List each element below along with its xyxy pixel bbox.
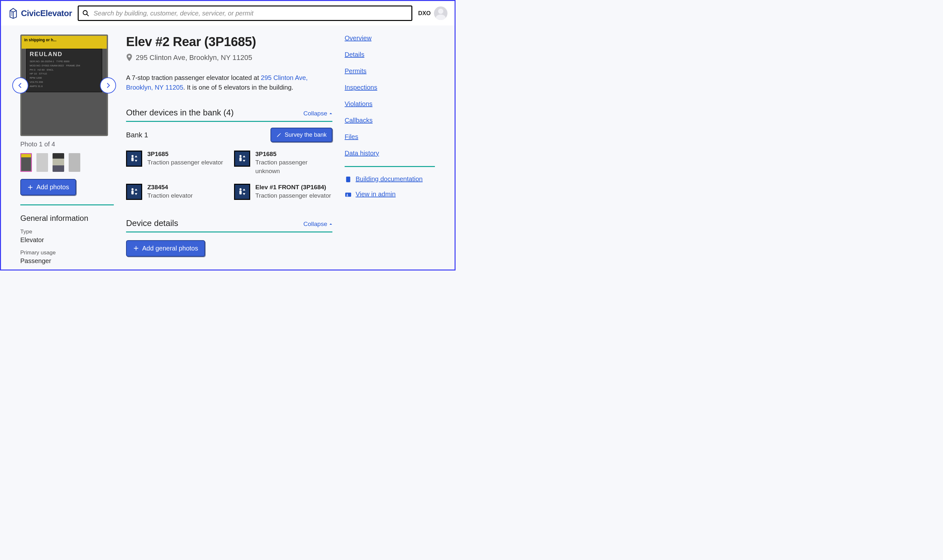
photo-counter: Photo 1 of 4 [20, 140, 114, 148]
device-type: Traction passenger elevator [255, 191, 331, 200]
pin-icon [126, 54, 132, 62]
photo-thumb-2[interactable] [37, 153, 48, 172]
photo-brand: REULAND [30, 51, 98, 58]
bank-collapse-toggle[interactable]: Collapse [303, 110, 332, 117]
rnav-link-violations[interactable]: Violations [345, 100, 435, 108]
brand-logo[interactable]: CivicElevator [8, 8, 72, 19]
topbar: CivicElevator DXO [1, 1, 455, 25]
view-admin-link[interactable]: View in admin [355, 191, 395, 198]
elevator-icon [234, 151, 250, 167]
add-general-photos-label: Add general photos [142, 245, 198, 252]
elevator-icon [126, 151, 142, 167]
add-photos-button[interactable]: Add photos [20, 179, 76, 195]
survey-bank-button[interactable]: Survey the bank [271, 128, 332, 142]
svg-rect-3 [132, 157, 134, 161]
right-nav: OverviewDetailsPermitsInspectionsViolati… [345, 34, 435, 157]
svg-rect-7 [132, 191, 134, 194]
bank-name: Bank 1 [126, 131, 148, 139]
rnav-link-callbacks[interactable]: Callbacks [345, 117, 435, 124]
device-name: Elev #1 FRONT (3P1684) [255, 184, 331, 191]
page-title: Elev #2 Rear (3P1685) [126, 34, 332, 49]
address-row: 295 Clinton Ave, Brooklyn, NY 11205 [126, 54, 332, 62]
rnav-link-details[interactable]: Details [345, 51, 435, 58]
device-type: Traction passenger unknown [255, 158, 332, 175]
survey-bank-label: Survey the bank [285, 132, 326, 138]
building-icon [8, 8, 18, 19]
photo-next-button[interactable] [100, 77, 116, 94]
device-item[interactable]: Elev #1 FRONT (3P1684)Traction passenger… [234, 184, 332, 200]
device-name: Z38454 [147, 184, 193, 191]
svg-point-6 [132, 188, 134, 190]
photo-main: in shipping or h... REULAND SER.NO. 06-2… [20, 34, 108, 136]
bank-section-heading: Other devices in the bank (4) [126, 108, 234, 118]
avatar [434, 6, 448, 20]
elevator-icon [234, 184, 250, 200]
search-wrap [78, 6, 412, 21]
search-input[interactable] [78, 6, 412, 21]
device-item[interactable]: 3P1685Traction passenger elevator [126, 151, 225, 175]
add-photos-label: Add photos [37, 183, 69, 191]
address-text: 295 Clinton Ave, Brooklyn, NY 11205 [136, 54, 252, 62]
clipboard-icon [345, 176, 352, 183]
brand-name: CivicElevator [21, 8, 72, 18]
add-general-photos-button[interactable]: Add general photos [126, 240, 205, 257]
rnav-link-files[interactable]: Files [345, 133, 435, 140]
photo-thumb-4[interactable] [69, 153, 80, 172]
svg-point-4 [240, 155, 242, 157]
user-initials: DXO [418, 10, 431, 17]
plus-icon [28, 185, 33, 190]
description: A 7-stop traction passenger elevator loc… [126, 73, 332, 92]
rnav-link-data-history[interactable]: Data history [345, 149, 435, 157]
type-value: Elevator [20, 236, 114, 244]
user-block[interactable]: DXO [418, 6, 448, 20]
device-name: 3P1685 [255, 151, 332, 158]
photo-shipping-text: in shipping or h... [22, 36, 107, 42]
badge-icon [345, 191, 352, 198]
device-item[interactable]: Z38454Traction elevator [126, 184, 225, 200]
rnav-link-overview[interactable]: Overview [345, 34, 435, 42]
device-type: Traction passenger elevator [147, 158, 223, 167]
usage-value: Passenger [20, 257, 114, 265]
usage-label: Primary usage [20, 249, 114, 256]
svg-point-2 [132, 155, 134, 157]
rnav-link-permits[interactable]: Permits [345, 68, 435, 75]
plus-icon [133, 245, 139, 251]
type-label: Type [20, 229, 114, 235]
device-item[interactable]: 3P1685Traction passenger unknown [234, 151, 332, 175]
device-type: Traction elevator [147, 191, 193, 200]
svg-rect-5 [240, 157, 242, 161]
photo-thumbs [20, 153, 114, 172]
details-section-heading: Device details [126, 218, 178, 228]
svg-point-8 [240, 188, 242, 190]
general-info-heading: General information [20, 214, 114, 223]
details-collapse-toggle[interactable]: Collapse [303, 220, 332, 228]
search-icon [82, 10, 89, 17]
elevator-icon [126, 184, 142, 200]
photo-thumb-1[interactable] [20, 153, 32, 172]
rnav-link-inspections[interactable]: Inspections [345, 84, 435, 91]
caret-up-icon [329, 112, 332, 115]
caret-up-icon [329, 222, 332, 226]
photo-thumb-3[interactable] [52, 153, 64, 172]
pencil-icon [276, 132, 282, 138]
svg-line-1 [87, 14, 89, 16]
photo-prev-button[interactable] [12, 77, 28, 94]
device-name: 3P1685 [147, 151, 223, 158]
svg-rect-9 [240, 191, 242, 194]
building-docs-link[interactable]: Building documentation [355, 175, 423, 183]
